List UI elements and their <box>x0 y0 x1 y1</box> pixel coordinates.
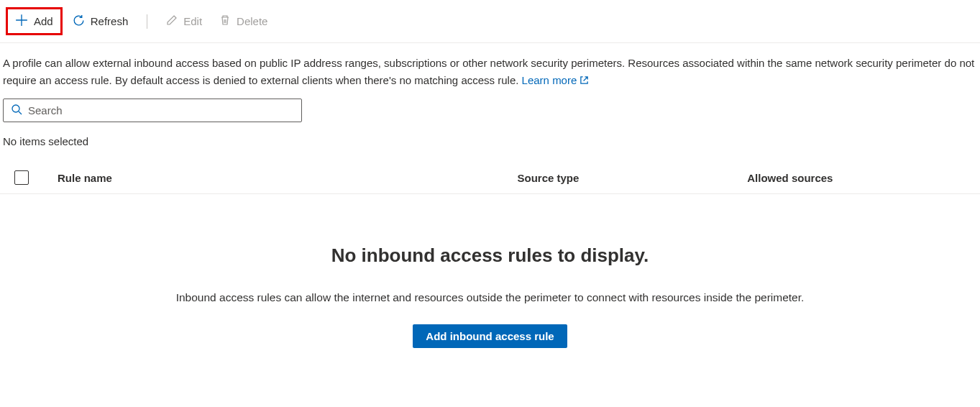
select-all-checkbox[interactable] <box>14 170 29 185</box>
svg-point-0 <box>12 105 19 112</box>
column-header-rulename[interactable]: Rule name <box>58 172 518 184</box>
command-toolbar: Add Refresh Edit Delete <box>0 0 980 43</box>
select-all-cell <box>14 170 58 185</box>
pencil-icon <box>166 14 178 28</box>
search-input[interactable] <box>28 104 294 116</box>
plus-icon <box>15 14 28 29</box>
column-header-allowed[interactable]: Allowed sources <box>747 172 977 184</box>
refresh-button[interactable]: Refresh <box>65 10 136 33</box>
column-header-sourcetype[interactable]: Source type <box>518 172 748 184</box>
add-inbound-rule-button[interactable]: Add inbound access rule <box>413 324 567 348</box>
add-button-label: Add <box>34 15 53 27</box>
table-header: Rule name Source type Allowed sources <box>0 162 980 194</box>
learn-more-link[interactable]: Learn more <box>522 74 590 86</box>
trash-icon <box>219 14 231 28</box>
search-box[interactable] <box>3 99 302 122</box>
selection-status: No items selected <box>0 135 980 162</box>
description-text: A profile can allow external inbound acc… <box>0 43 980 99</box>
empty-state: No inbound access rules to display. Inbo… <box>0 194 980 362</box>
refresh-icon <box>73 14 85 29</box>
description-body: A profile can allow external inbound acc… <box>3 57 974 86</box>
empty-state-description: Inbound access rules can allow the inter… <box>14 291 966 304</box>
search-container <box>0 99 980 135</box>
empty-state-title: No inbound access rules to display. <box>14 244 966 267</box>
edit-button-label: Edit <box>183 15 202 27</box>
refresh-button-label: Refresh <box>91 15 129 27</box>
toolbar-separator <box>147 14 147 29</box>
edit-button[interactable]: Edit <box>159 10 209 32</box>
external-link-icon <box>580 73 589 90</box>
delete-button[interactable]: Delete <box>212 10 275 32</box>
delete-button-label: Delete <box>237 15 267 27</box>
add-button[interactable]: Add <box>6 7 63 35</box>
search-icon <box>11 104 22 117</box>
learn-more-label: Learn more <box>522 74 577 86</box>
